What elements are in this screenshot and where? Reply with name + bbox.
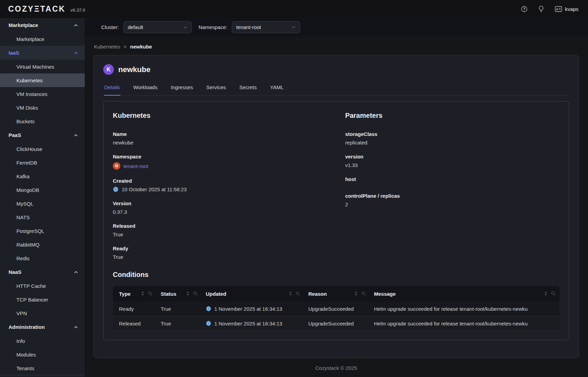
condition-row-released[interactable]: Released True 1 November 2025 at 16:34:1… [113, 316, 560, 331]
sidebar-item-vm-instances[interactable]: VM Instances [0, 87, 85, 101]
col-header-status[interactable]: Status [157, 286, 202, 302]
field-value: True [113, 254, 345, 260]
sidebar-item-kafka[interactable]: Kafka [0, 169, 85, 183]
namespace-avatar: N [113, 162, 120, 170]
cell-status: True [157, 302, 202, 316]
col-header-message[interactable]: Message [370, 286, 560, 302]
field-value: newkube [113, 140, 345, 145]
field-label: controlPlane / replicas [345, 193, 560, 199]
cell-message: Helm upgrade succeeded for release tenan… [370, 302, 560, 316]
sidebar-item-vm-disks[interactable]: VM Disks [0, 101, 85, 114]
breadcrumb: Kubernetes > newkube [94, 44, 578, 50]
sidebar-item-vpn[interactable]: VPN [0, 306, 85, 320]
cell-updated: 1 November 2025 at 16:34:13 [202, 302, 304, 316]
tab-ingresses[interactable]: Ingresses [170, 83, 193, 95]
logo-group: COZYΞTACK v0.37.0 [8, 4, 85, 14]
sidebar-section-iaas[interactable]: IaaS [0, 46, 85, 60]
app-version: v0.37.0 [70, 8, 85, 13]
column-label: Status [161, 291, 176, 297]
tab-details[interactable]: Details [104, 83, 120, 96]
conditions-table: Type Status Updated Reason Message Ready… [113, 286, 560, 331]
details-panel: Kubernetes Name newkube Namespace N tena… [103, 101, 569, 340]
sidebar-item-marketplace[interactable]: Marketplace [0, 32, 85, 46]
app-root: COZYΞTACK v0.37.0 ? A kvaps Marketplace … [0, 0, 588, 377]
sidebar-item-virtual-machines[interactable]: Virtual Machines [0, 60, 85, 73]
field-name: Name newkube [113, 131, 345, 145]
cell-updated: 1 November 2025 at 16:34:13 [202, 316, 304, 331]
field-value: 0.37.3 [113, 209, 345, 215]
sidebar-item-tenants[interactable]: Tenants [0, 361, 85, 375]
tab-services[interactable]: Services [206, 83, 227, 95]
theme-toggle-lightbulb-icon[interactable] [538, 6, 544, 12]
column-search-icon[interactable] [148, 291, 152, 297]
sidebar-section-marketplace[interactable]: Marketplace [0, 18, 85, 32]
resource-card: K newkube Details Workloads Ingresses Se… [93, 55, 579, 358]
sidebar-item-buckets[interactable]: Buckets [0, 114, 85, 128]
sidebar-section-administration[interactable]: Administration [0, 320, 85, 334]
column-search-icon[interactable] [193, 291, 198, 297]
column-label: Updated [206, 291, 226, 297]
field-value: True [113, 232, 345, 237]
section-label: PaaS [9, 132, 21, 138]
user-badge-icon: A [555, 6, 562, 12]
cluster-label: Cluster: [101, 24, 119, 30]
tab-secrets[interactable]: Secrets [239, 83, 257, 95]
sidebar-item-rabbitmq[interactable]: RabbitMQ [0, 238, 85, 251]
field-storageclass: storageClass replicated [345, 131, 560, 145]
col-header-reason[interactable]: Reason [304, 286, 370, 302]
chevron-up-icon [74, 326, 78, 329]
sort-icon[interactable] [289, 291, 292, 297]
field-namespace: Namespace N tenant-root [113, 154, 345, 170]
column-search-icon[interactable] [551, 291, 556, 297]
user-menu[interactable]: A kvaps [555, 6, 578, 12]
sidebar-item-mysql[interactable]: MySQL [0, 197, 85, 210]
help-icon[interactable]: ? [521, 6, 527, 12]
breadcrumb-kubernetes-link[interactable]: Kubernetes [94, 44, 120, 50]
sidebar-item-kubernetes[interactable]: Kubernetes [0, 73, 85, 87]
sort-icon[interactable] [544, 291, 547, 297]
globe-icon [113, 186, 119, 192]
field-label: storageClass [345, 131, 560, 137]
field-value: 10 October 2025 at 11:58:23 [113, 186, 345, 192]
sidebar-item-tcp-balancer[interactable]: TCP Balancer [0, 293, 85, 306]
field-value: N tenant-root [113, 162, 345, 170]
column-label: Reason [308, 291, 327, 297]
column-search-icon[interactable] [296, 291, 300, 297]
col-header-type[interactable]: Type [113, 286, 157, 302]
cell-reason: UpgradeSucceeded [304, 316, 370, 331]
sidebar-item-modules[interactable]: Modules [0, 348, 85, 361]
tab-workloads[interactable]: Workloads [133, 83, 158, 95]
sidebar-item-postgresql[interactable]: PostgreSQL [0, 224, 85, 238]
cluster-select[interactable]: default [123, 21, 192, 33]
sidebar-section-paas[interactable]: PaaS [0, 128, 85, 142]
cluster-select-value: default [128, 24, 143, 30]
sidebar-item-info[interactable]: Info [0, 334, 85, 348]
tab-yaml[interactable]: YAML [270, 83, 284, 95]
sidebar-item-clickhouse[interactable]: ClickHouse [0, 142, 85, 156]
column-search-icon[interactable] [361, 291, 366, 297]
field-label: Created [113, 178, 345, 184]
sidebar-item-redis[interactable]: Redis [0, 251, 85, 265]
column-label: Message [374, 291, 396, 297]
section-label: Administration [9, 324, 45, 330]
field-value: replicated [345, 140, 560, 145]
sidebar-item-ferretdb[interactable]: FerretDB [0, 156, 85, 169]
condition-row-ready[interactable]: Ready True 1 November 2025 at 16:34:13 U… [113, 302, 560, 316]
globe-icon [206, 321, 211, 326]
app-logo: COZYΞTACK [8, 4, 66, 14]
sidebar-item-nats[interactable]: NATS [0, 210, 85, 224]
globe-icon [206, 306, 211, 311]
sidebar-section-naas[interactable]: NaaS [0, 265, 85, 279]
namespace-select[interactable]: tenant-root [232, 21, 300, 33]
col-header-updated[interactable]: Updated [202, 286, 304, 302]
sort-icon[interactable] [355, 291, 358, 297]
sidebar-item-mongodb[interactable]: MongoDB [0, 183, 85, 197]
section-label: Marketplace [9, 22, 38, 28]
sort-icon[interactable] [141, 291, 144, 297]
sidebar-item-http-cache[interactable]: HTTP Cache [0, 279, 85, 293]
topbar-actions: ? A kvaps [521, 6, 578, 12]
updated-date: 1 November 2025 at 16:34:13 [214, 321, 282, 326]
sort-icon[interactable] [186, 291, 189, 297]
field-controlplane-replicas: controlPlane / replicas 2 [345, 193, 560, 207]
namespace-link[interactable]: tenant-root [123, 163, 148, 169]
